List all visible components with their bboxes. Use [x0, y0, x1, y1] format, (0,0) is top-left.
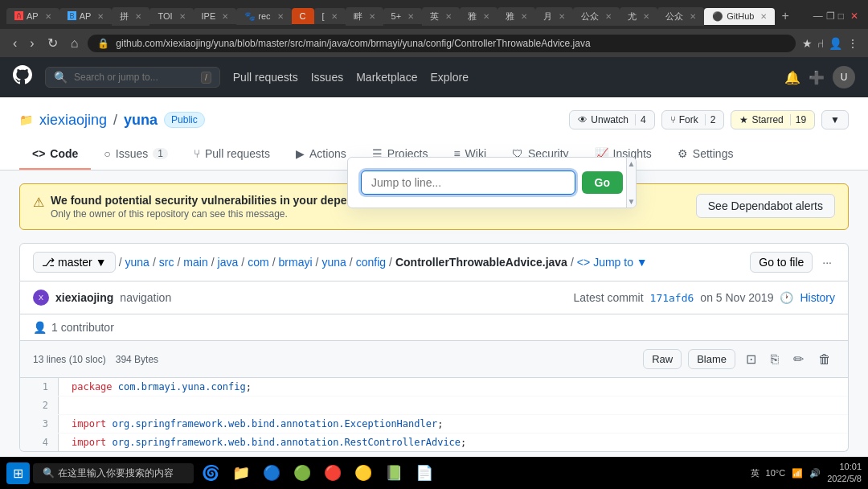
taskbar-temp: 10°C [766, 468, 786, 478]
taskbar-app-6[interactable]: 🟡 [350, 461, 377, 485]
taskbar-search[interactable]: 🔍 在这里输入你要搜索的内容 [33, 463, 194, 483]
scroll-down-arrow[interactable]: ▼ [626, 195, 637, 208]
taskbar-app-2[interactable]: 📁 [227, 461, 255, 485]
start-button[interactable]: ⊞ [6, 462, 30, 484]
modal-scrollbar: ▲ ▼ [626, 158, 636, 208]
taskbar-sys: 英 10°C 📶 🔊 10:01 2022/5/8 [751, 461, 862, 486]
jump-to-line-input[interactable] [361, 171, 575, 195]
date-display: 2022/5/8 [827, 473, 862, 485]
taskbar-wifi-icon: 📶 [792, 468, 803, 479]
taskbar-sound-icon: 🔊 [809, 468, 821, 479]
taskbar-app-7[interactable]: 📗 [380, 461, 407, 485]
taskbar-search-icon: 🔍 [43, 467, 55, 479]
taskbar: ⊞ 🔍 在这里输入你要搜索的内容 🌀 📁 🔵 🟢 🔴 🟡 📗 📄 英 10°C … [0, 457, 868, 489]
taskbar-app-1[interactable]: 🌀 [197, 461, 224, 485]
taskbar-app-4[interactable]: 🟢 [289, 461, 316, 485]
taskbar-app-8[interactable]: 📄 [411, 461, 438, 485]
taskbar-lang[interactable]: 英 [751, 467, 760, 479]
scroll-up-arrow[interactable]: ▲ [626, 158, 637, 170]
taskbar-app-5[interactable]: 🔴 [319, 461, 346, 485]
jump-to-line-modal: Go ▲ ▼ [347, 157, 637, 208]
taskbar-search-text: 在这里输入你要搜索的内容 [58, 466, 174, 480]
taskbar-apps: 🌀 📁 🔵 🟢 🔴 🟡 📗 📄 [197, 461, 747, 485]
go-button[interactable]: Go [582, 171, 623, 194]
modal-overlay: Go ▲ ▼ [0, 0, 868, 489]
taskbar-app-3[interactable]: 🔵 [258, 461, 285, 485]
taskbar-time: 10:01 2022/5/8 [827, 461, 862, 486]
time-display: 10:01 [827, 461, 862, 473]
